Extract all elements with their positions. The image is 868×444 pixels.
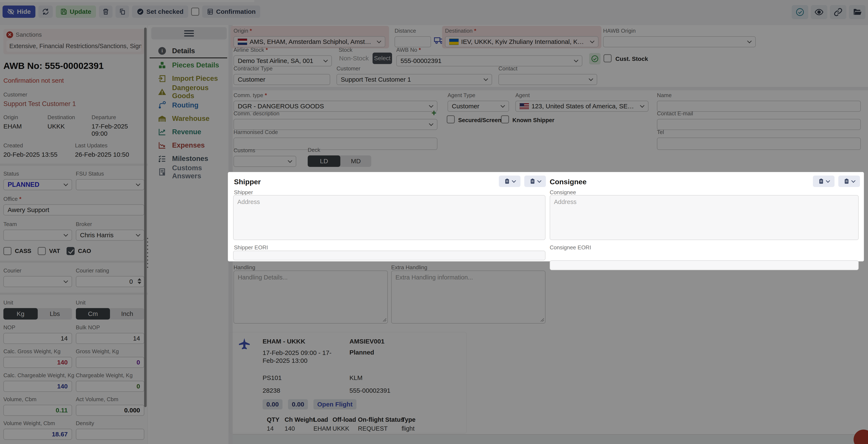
calc-gross-input[interactable]: 140	[3, 357, 72, 368]
shipper-copy-address-button[interactable]	[499, 176, 521, 187]
watch-button[interactable]	[811, 5, 827, 19]
courier-rating-stepper[interactable]: 0	[76, 276, 145, 287]
airline-stock-select[interactable]: Demo Test Airline, SA, 001	[234, 55, 332, 66]
deck-toggle[interactable]: LD MD	[308, 155, 371, 167]
bulk-nop-input[interactable]: 14	[76, 333, 145, 344]
agent-select[interactable]: 123, United States of America, SEATAC Wa…	[516, 101, 648, 112]
stock-select-button[interactable]: Select	[373, 53, 392, 64]
nav-item-import-pieces[interactable]: Import Pieces	[150, 72, 227, 85]
distance-input[interactable]	[395, 36, 431, 47]
nav-item-details[interactable]: i Details	[150, 44, 227, 58]
nav-item-dangerous-goods[interactable]: Dangerous Goods	[150, 85, 227, 98]
volume-weight-input[interactable]: 18.67	[3, 429, 72, 440]
shipper-eori-input[interactable]	[233, 250, 546, 260]
confirmation-button[interactable]: Confirmation	[202, 5, 260, 18]
unit-lbs[interactable]: Lbs	[38, 308, 72, 320]
handling-details-textarea[interactable]	[234, 271, 388, 324]
contact-email-input[interactable]	[657, 119, 861, 130]
add-comm-description-icon[interactable]: +	[431, 109, 436, 117]
chevron-down-icon	[537, 179, 541, 183]
nav-item-customs-answers[interactable]: Customs Answers	[150, 165, 227, 179]
approve-button[interactable]	[792, 5, 808, 19]
deck-md[interactable]: MD	[340, 155, 371, 167]
dimension-unit-toggle[interactable]: Cm Inch	[76, 308, 145, 320]
resize-grip-icon[interactable]	[540, 318, 544, 322]
fsu-status-select[interactable]	[76, 179, 145, 190]
known-shipper-checkbox[interactable]	[501, 115, 509, 123]
customer-select[interactable]: Support Test Customer 1	[337, 74, 492, 85]
flight-weight-badge[interactable]: 0.00	[262, 399, 282, 409]
status-select[interactable]: PLANNED	[3, 179, 72, 190]
cass-checkbox[interactable]	[3, 247, 11, 255]
nav-item-milestones[interactable]: Milestones	[150, 152, 227, 165]
volume-input[interactable]: 0.11	[3, 405, 72, 416]
collapse-menu-button[interactable]	[151, 27, 227, 39]
origin-select[interactable]: AMS, EHAM, Amsterdam Schiphol, Amsterdam…	[234, 36, 385, 47]
customer-link[interactable]: Support Test Customer 1	[3, 100, 144, 108]
nav-item-expenses[interactable]: Expenses	[150, 139, 227, 152]
confirmation-checkbox[interactable]	[191, 8, 199, 16]
origin-label: Origin	[3, 114, 44, 121]
consignee-copy-address-button[interactable]	[813, 176, 835, 187]
open-flight-button[interactable]: Open Flight	[313, 399, 356, 409]
panel-resize-handle[interactable]	[146, 237, 149, 268]
chargeable-input[interactable]: 0	[76, 381, 145, 392]
broker-select[interactable]: Chris Harris	[76, 230, 145, 241]
resize-grip-icon[interactable]	[383, 318, 386, 322]
vat-checkbox[interactable]	[38, 247, 46, 255]
documents-button[interactable]	[849, 5, 865, 19]
stepper-arrows-icon[interactable]	[137, 278, 141, 284]
nop-input[interactable]: 14	[3, 333, 72, 344]
hawb-origin-select[interactable]	[603, 36, 756, 47]
office-input[interactable]: Awery Support	[3, 204, 144, 215]
delete-button[interactable]	[99, 5, 113, 18]
nav-item-routing[interactable]: Routing	[150, 98, 227, 112]
update-button[interactable]: Update	[56, 5, 96, 18]
copy-button[interactable]	[116, 5, 129, 18]
courier-select[interactable]	[3, 276, 72, 287]
nav-label: Routing	[172, 101, 198, 109]
contact-select[interactable]	[498, 74, 597, 85]
link-button[interactable]	[830, 5, 846, 19]
flight-volume-badge[interactable]: 0.00	[288, 399, 308, 409]
extra-handling-textarea[interactable]	[391, 271, 546, 324]
nav-item-revenue[interactable]: Revenue	[150, 125, 227, 139]
cust-stock-checkbox[interactable]	[603, 54, 612, 62]
tel-input[interactable]	[657, 138, 861, 150]
flight-route: EHAM - UKKK	[262, 338, 305, 345]
customs-select[interactable]	[234, 156, 296, 167]
refresh-button[interactable]	[38, 5, 53, 18]
unit-kg[interactable]: Kg	[3, 308, 38, 320]
consignee-address-textarea[interactable]	[550, 195, 859, 240]
save-icon	[60, 8, 67, 15]
horizontal-scrollbar[interactable]	[233, 434, 868, 444]
deck-ld[interactable]: LD	[308, 155, 340, 167]
shipper-address-textarea[interactable]	[233, 195, 546, 240]
import-icon	[158, 74, 166, 83]
sidebar-scrollbar[interactable]	[144, 28, 147, 407]
destination-select[interactable]: IEV, UKKK, Kyiv Zhuliany International, …	[445, 36, 598, 47]
gross-input[interactable]: 0	[76, 357, 145, 368]
destination-field-label: Destination	[445, 28, 598, 34]
density-input[interactable]	[76, 429, 145, 440]
team-select[interactable]	[3, 230, 72, 241]
consignee-eori-input[interactable]	[550, 260, 859, 270]
hide-button[interactable]: Hide	[3, 5, 35, 18]
unit-inch[interactable]: Inch	[110, 308, 144, 320]
shipper-paste-address-button[interactable]	[524, 176, 546, 187]
act-volume-input[interactable]: 0.000	[76, 405, 145, 416]
calc-chargeable-input[interactable]: 140	[3, 381, 72, 392]
secured-screened-checkbox[interactable]	[447, 115, 455, 123]
contractor-type-input[interactable]: Customer	[234, 74, 330, 85]
cao-checkbox[interactable]	[66, 247, 74, 255]
nav-item-pieces-details[interactable]: Pieces Details	[150, 58, 227, 72]
set-checked-button[interactable]: Set checked	[132, 5, 188, 18]
agent-type-select[interactable]: Customer	[447, 101, 509, 112]
copy-icon	[119, 8, 126, 15]
nav-item-warehouse[interactable]: Warehouse	[150, 112, 227, 125]
consignee-paste-address-button[interactable]	[838, 176, 860, 187]
comm-description-select[interactable]	[234, 119, 437, 130]
unit-cm[interactable]: Cm	[76, 308, 110, 320]
awb-no-select[interactable]: 555-00002391	[396, 55, 582, 66]
weight-unit-toggle[interactable]: Kg Lbs	[3, 308, 72, 320]
